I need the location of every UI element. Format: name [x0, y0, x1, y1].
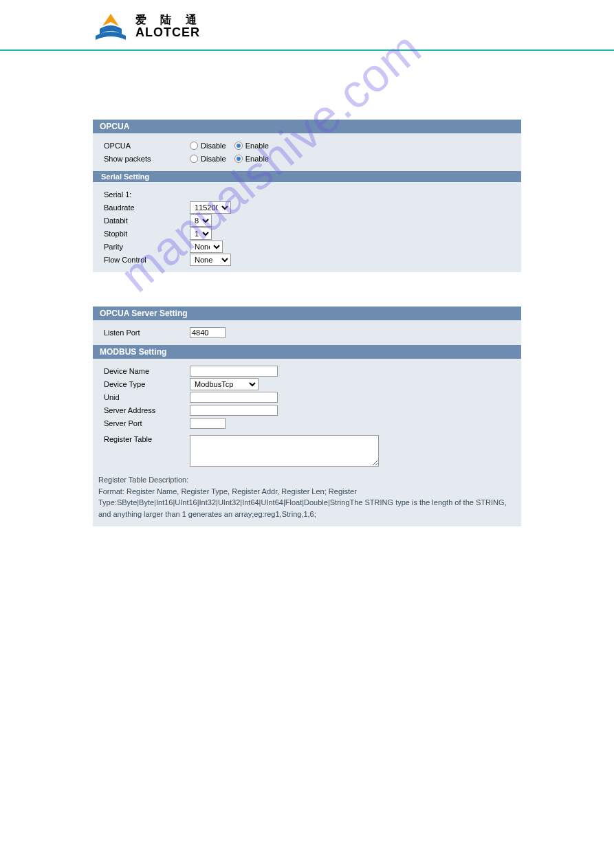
showpackets-disable-label: Disable: [201, 155, 226, 163]
registertable-label: Register Table: [104, 435, 190, 443]
serverport-input[interactable]: [190, 418, 226, 429]
modbus-header: MODBUS Setting: [93, 345, 521, 359]
parity-label: Parity: [104, 243, 190, 251]
brand-name-cn: 爱 陆 通: [135, 14, 202, 26]
opcua-server-panel: OPCUA Server Setting Listen Port: [93, 307, 521, 345]
databit-select[interactable]: 8: [190, 214, 212, 227]
modbus-panel: MODBUS Setting Device Name Device Type M…: [93, 345, 521, 526]
brand-logo: 爱 陆 通 ALOTCER: [93, 12, 614, 41]
databit-label: Databit: [104, 216, 190, 225]
devicetype-select[interactable]: ModbusTcp: [190, 378, 259, 390]
showpackets-disable-radio[interactable]: [190, 155, 198, 163]
register-description: Register Table Description: Format: Regi…: [93, 470, 521, 526]
serial1-label: Serial 1:: [104, 190, 190, 199]
showpackets-enable-radio[interactable]: [234, 155, 243, 163]
listenport-label: Listen Port: [104, 329, 190, 337]
alotcer-logo-icon: [93, 12, 129, 41]
flowcontrol-select[interactable]: None: [190, 254, 231, 266]
devicetype-label: Device Type: [104, 380, 190, 388]
serial-setting-header: Serial Setting: [93, 171, 521, 182]
desc-line2: Format: Register Name, Register Type, Re…: [98, 486, 516, 498]
main-content: OPCUA OPCUA Disable Enable Show packets …: [0, 51, 614, 526]
page-header: 爱 陆 通 ALOTCER: [0, 0, 614, 51]
stopbit-select[interactable]: 1: [190, 227, 212, 240]
opcua-enable-label: Enable: [245, 142, 269, 150]
showpackets-enable-label: Enable: [245, 155, 269, 163]
parity-select[interactable]: None: [190, 241, 223, 253]
opcua-panel: OPCUA OPCUA Disable Enable Show packets …: [93, 120, 521, 272]
flowcontrol-label: Flow Control: [104, 256, 190, 264]
opcua-enable-radio[interactable]: [234, 142, 243, 150]
registertable-textarea[interactable]: [190, 435, 379, 467]
serveraddress-input[interactable]: [190, 405, 278, 416]
opcua-row: OPCUA Disable Enable: [104, 140, 510, 152]
devicename-input[interactable]: [190, 366, 278, 377]
opcua-header: OPCUA: [93, 120, 521, 133]
desc-line1: Register Table Description:: [98, 474, 516, 486]
serverport-label: Server Port: [104, 419, 190, 427]
listenport-input[interactable]: [190, 327, 226, 338]
opcua-label: OPCUA: [104, 142, 190, 150]
desc-line3: Type:SByte|Byte|Int16|UInt16|Int32|UInt3…: [98, 497, 516, 520]
showpackets-row: Show packets Disable Enable: [104, 153, 510, 165]
serveraddress-label: Server Address: [104, 406, 190, 414]
opcua-disable-radio[interactable]: [190, 142, 198, 150]
baudrate-label: Baudrate: [104, 203, 190, 212]
baudrate-select[interactable]: 115200: [190, 201, 231, 214]
showpackets-label: Show packets: [104, 155, 190, 163]
stopbit-label: Stopbit: [104, 230, 190, 238]
devicename-label: Device Name: [104, 367, 190, 375]
opcua-disable-label: Disable: [201, 142, 226, 150]
unid-label: Unid: [104, 393, 190, 401]
opcua-server-header: OPCUA Server Setting: [93, 307, 521, 320]
brand-name-en: ALOTCER: [135, 26, 202, 40]
unid-input[interactable]: [190, 392, 278, 403]
